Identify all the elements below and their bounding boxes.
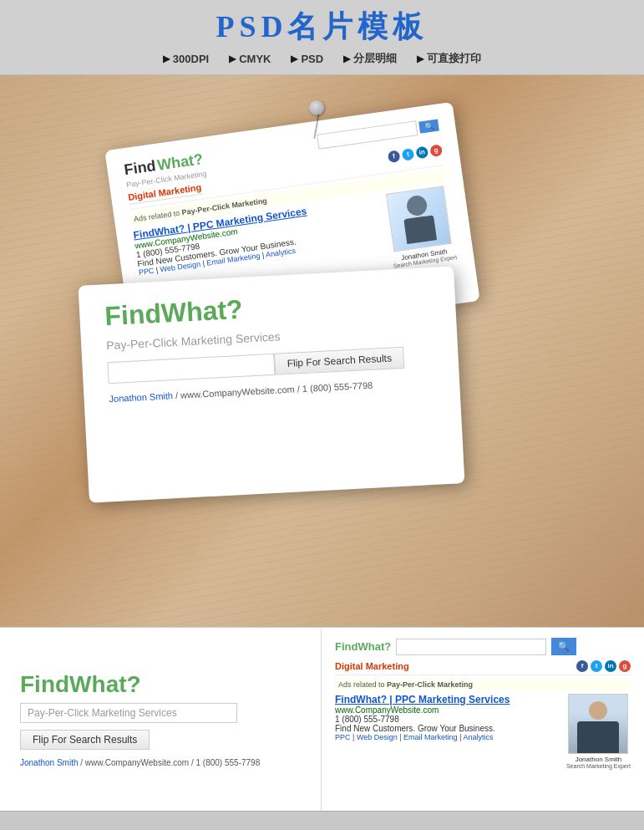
arrow-icon-3: ▶ [291,53,297,64]
right-googleplus-icon: g [619,660,631,672]
bottom-flip-button[interactable]: Flip For Search Results [20,730,150,750]
page-title: PSD名片模板 [0,7,644,48]
arrow-icon-4: ▶ [343,53,350,64]
right-facebook-icon: f [576,660,588,672]
right-result-tagline: Find New Customers. Grow Your Business. [335,724,560,733]
card-back-person-image [386,186,452,252]
spec-dpi-label: 300DPI [173,53,209,65]
bottom-left-contact: Jonathon Smith / www.CompanyWebsite.com … [20,758,301,767]
bottom-contact-phone: 1 (800) 555-7798 [196,758,261,767]
bottom-contact-url: www.CompanyWebsite.com [85,758,189,767]
right-link-analytics: Analytics [463,733,493,741]
bottom-left-logo-black: Find [20,671,69,697]
bottom-contact-name: Jonathon Smith [20,758,79,767]
right-social-icons: f t in g [576,660,631,672]
card-back-logo-black: Find [123,157,157,179]
specs-row: ▶ 300DPI ▶ CMYK ▶ PSD ▶ 分层明细 ▶ 可直接打印 [0,48,644,71]
spec-dpi: ▶ 300DPI [163,51,209,66]
right-person-container: Jonathon Smith Search Marketing Expert [566,694,631,769]
right-logo: FindWhat? [335,640,391,653]
right-result-area: FindWhat? | PPC Marketing Services www.C… [335,694,631,769]
linkedin-icon: in [415,146,428,160]
contact-name: Jonathon Smith [109,390,173,404]
pin [309,100,324,115]
spec-print-label: 可直接打印 [427,51,481,66]
spec-psd: ▶ PSD [291,51,323,66]
right-person-body [577,721,619,753]
right-twitter-icon: t [591,660,602,672]
arrow-icon-5: ▶ [417,53,423,64]
bottom-left-preview: FindWhat? Pay-Per-Click Marketing Servic… [0,628,322,811]
right-person-figure [569,695,627,753]
top-header: PSD名片模板 ▶ 300DPI ▶ CMYK ▶ PSD ▶ 分层明细 ▶ 可… [0,0,644,75]
card-front-search-bar: Flip For Search Results [107,345,434,384]
spec-psd-label: PSD [301,53,323,65]
right-result-links: PPC | Web Design | Email Marketing | Ana… [335,733,560,741]
right-result-url: www.CompanyWebsite.com [335,705,560,715]
bottom-right-preview: FindWhat? 🔍 Digital Marketing f t in g A… [322,628,644,811]
right-person-title: Search Marketing Expert [566,763,631,769]
right-ads-notice: Ads related to Pay-Per-Click Marketing [335,679,631,690]
facebook-icon: f [388,150,401,163]
bottom-left-logo-green: What? [69,671,141,697]
contact-url: www.CompanyWebsite.com [180,384,295,400]
right-search-button[interactable]: 🔍 [551,638,576,655]
arrow-icon-2: ▶ [229,53,236,64]
bottom-left-tagline: Pay-Per-Click Marketing Services [20,703,237,723]
footer: 更多精彩·敬请关注 http://www.nipic.com/show/1355… [0,811,644,830]
arrow-icon-1: ▶ [163,53,170,64]
contact-phone: 1 (800) 555-7798 [302,380,373,394]
right-digital-row: Digital Marketing f t in g [335,660,631,675]
card-back-search-icon: 🔍 [418,120,439,134]
person-head [406,194,428,216]
right-link-ppc: PPC [335,733,351,741]
card-front-search-input[interactable] [107,354,275,384]
bottom-left-logo: FindWhat? [20,671,301,698]
flip-for-results-button[interactable]: Flip For Search Results [274,347,405,375]
right-link-web: Web Design [357,733,398,741]
card-front-logo-green: What? [160,294,244,328]
right-search-row: FindWhat? 🔍 [335,638,631,655]
card-back-search-bar [317,120,418,150]
right-result-text: FindWhat? | PPC Marketing Services www.C… [335,694,560,769]
spec-layers: ▶ 分层明细 [343,51,397,66]
right-person-name: Jonathon Smith [576,756,622,763]
bottom-section: FindWhat? Pay-Per-Click Marketing Servic… [0,627,644,811]
twitter-icon: t [402,148,415,161]
spec-cmyk-label: CMYK [239,53,271,65]
right-linkedin-icon: in [605,660,616,672]
right-person-head [589,701,607,720]
card-front-logo-black: Find [104,298,162,331]
card-front: FindWhat? Pay-Per-Click Marketing Servic… [79,266,465,502]
right-search-input[interactable] [396,639,546,655]
spec-layers-label: 分层明细 [353,51,397,66]
googleplus-icon: g [429,144,443,157]
right-result-phone: 1 (800) 555-7798 [335,715,560,724]
right-person-image [568,694,628,754]
spec-cmyk: ▶ CMYK [229,51,271,66]
right-link-email: Email Marketing [403,733,458,741]
right-result-title: FindWhat? | PPC Marketing Services [335,694,560,705]
person-body [404,215,438,244]
wood-background: Find What? Pay-Per-Click Marketing 🔍 Dig… [0,75,644,627]
spec-print: ▶ 可直接打印 [417,51,481,66]
right-digital-label: Digital Marketing [335,661,409,671]
